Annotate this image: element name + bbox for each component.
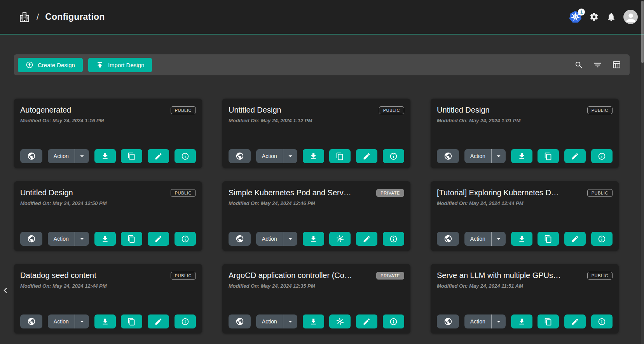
clone-button[interactable]	[538, 149, 559, 163]
pencil-icon	[363, 152, 371, 160]
clone-button[interactable]	[329, 149, 351, 163]
kubernetes-context-button[interactable]: 1	[569, 10, 582, 23]
visibility-globe-button[interactable]	[437, 314, 459, 328]
page-title: Configuration	[45, 12, 105, 22]
info-button[interactable]	[591, 314, 613, 328]
import-design-button[interactable]: Import Design	[88, 58, 152, 72]
action-dropdown-button[interactable]: Action	[48, 314, 89, 328]
design-cards-grid: Autogenerated PUBLIC Modified On: May 24…	[14, 99, 619, 334]
clone-button[interactable]	[538, 232, 559, 246]
table-view-button[interactable]	[612, 60, 621, 69]
card-actions: Action	[20, 149, 196, 163]
scrollbar-track[interactable]	[641, 0, 644, 344]
visibility-badge: PUBLIC	[379, 106, 404, 114]
action-caret[interactable]	[492, 152, 506, 160]
download-button[interactable]	[303, 149, 324, 163]
search-button[interactable]	[574, 61, 583, 69]
action-caret[interactable]	[75, 235, 89, 243]
info-button[interactable]	[591, 232, 613, 246]
scrollbar-thumb[interactable]	[641, 1, 644, 63]
download-button[interactable]	[303, 232, 324, 246]
edit-button[interactable]	[148, 314, 169, 328]
download-icon	[309, 152, 318, 160]
settings-gear-button[interactable]	[589, 12, 599, 22]
download-button[interactable]	[94, 149, 116, 163]
clone-button[interactable]	[538, 314, 559, 328]
caret-down-icon	[494, 317, 503, 326]
download-icon	[101, 152, 109, 160]
clone-button[interactable]	[121, 314, 142, 328]
modified-on-text: Modified On: May 24, 2024 1:12 PM	[229, 118, 404, 123]
action-label: Action	[48, 153, 75, 159]
design-swirl-button[interactable]	[329, 314, 351, 328]
filter-button[interactable]	[593, 61, 602, 69]
edit-button[interactable]	[564, 314, 586, 328]
download-button[interactable]	[303, 314, 324, 328]
action-caret[interactable]	[283, 317, 297, 326]
download-button[interactable]	[511, 232, 532, 246]
download-button[interactable]	[511, 314, 532, 328]
action-caret[interactable]	[283, 152, 297, 160]
collapse-panel-chevron[interactable]	[0, 285, 11, 296]
clone-button[interactable]	[121, 232, 142, 246]
info-icon	[598, 152, 606, 160]
action-dropdown-button[interactable]: Action	[464, 232, 506, 246]
clone-icon	[127, 235, 136, 243]
info-button[interactable]	[175, 314, 196, 328]
action-dropdown-button[interactable]: Action	[48, 149, 89, 163]
design-title: Datadog seed content	[20, 271, 96, 280]
action-caret[interactable]	[75, 317, 89, 326]
info-button[interactable]	[383, 149, 404, 163]
visibility-globe-button[interactable]	[437, 232, 459, 246]
info-button[interactable]	[175, 232, 196, 246]
globe-icon	[444, 317, 452, 326]
download-button[interactable]	[511, 149, 532, 163]
action-caret[interactable]	[283, 235, 297, 243]
person-icon	[624, 11, 637, 24]
action-dropdown-button[interactable]: Action	[256, 232, 297, 246]
action-dropdown-button[interactable]: Action	[48, 232, 89, 246]
info-button[interactable]	[591, 149, 613, 163]
action-caret[interactable]	[492, 317, 506, 326]
action-label: Action	[464, 318, 491, 325]
visibility-globe-button[interactable]	[20, 149, 42, 163]
action-dropdown-button[interactable]: Action	[464, 149, 506, 163]
edit-button[interactable]	[356, 314, 377, 328]
download-button[interactable]	[94, 314, 116, 328]
edit-button[interactable]	[356, 149, 377, 163]
edit-button[interactable]	[564, 149, 586, 163]
action-caret[interactable]	[75, 152, 89, 160]
action-dropdown-button[interactable]: Action	[256, 314, 297, 328]
info-button[interactable]	[383, 314, 404, 328]
notifications-button[interactable]	[606, 12, 616, 22]
info-button[interactable]	[383, 232, 404, 246]
user-avatar[interactable]	[623, 10, 638, 24]
card-actions: Action	[437, 232, 613, 246]
info-icon	[389, 235, 398, 243]
header-actions: 1	[569, 10, 638, 24]
edit-button[interactable]	[356, 232, 377, 246]
visibility-globe-button[interactable]	[20, 314, 42, 328]
gear-icon	[589, 12, 599, 22]
kubernetes-context-badge: 1	[578, 9, 585, 16]
action-caret[interactable]	[492, 235, 506, 243]
caret-down-icon	[286, 235, 295, 243]
edit-button[interactable]	[148, 149, 169, 163]
building-icon[interactable]	[19, 11, 30, 23]
edit-button[interactable]	[148, 232, 169, 246]
visibility-globe-button[interactable]	[229, 314, 251, 328]
download-icon	[518, 235, 526, 243]
visibility-globe-button[interactable]	[229, 149, 251, 163]
clone-button[interactable]	[121, 149, 142, 163]
visibility-globe-button[interactable]	[437, 149, 459, 163]
download-button[interactable]	[94, 232, 116, 246]
design-swirl-button[interactable]	[329, 232, 351, 246]
visibility-globe-button[interactable]	[229, 232, 251, 246]
create-design-button[interactable]: Create Design	[18, 58, 83, 72]
action-dropdown-button[interactable]: Action	[256, 149, 297, 163]
clone-icon	[336, 152, 344, 160]
info-button[interactable]	[175, 149, 196, 163]
action-dropdown-button[interactable]: Action	[464, 314, 506, 328]
visibility-globe-button[interactable]	[20, 232, 42, 246]
edit-button[interactable]	[564, 232, 586, 246]
